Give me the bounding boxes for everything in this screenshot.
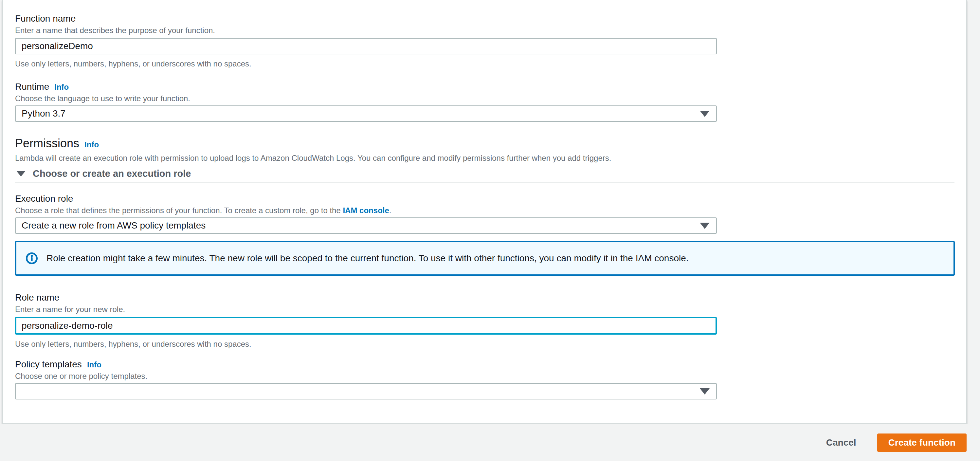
chevron-down-icon [700,111,710,117]
create-function-button[interactable]: Create function [877,434,967,452]
execution-role-expander-label: Choose or create an execution role [33,167,191,179]
execution-role-label: Execution role [15,193,955,204]
execution-role-select-value: Create a new role from AWS policy templa… [22,220,205,231]
permissions-section-header: PermissionsInfo [15,136,955,151]
function-name-input[interactable] [15,38,717,54]
execution-role-description-period: . [389,206,391,215]
chevron-down-icon [700,388,710,394]
function-name-label: Function name [15,13,955,24]
chevron-down-icon [700,223,710,229]
policy-templates-label: Policy templates [15,359,82,369]
iam-console-link[interactable]: IAM console [343,206,389,215]
permissions-description: Lambda will create an execution role wit… [15,153,955,163]
runtime-label: Runtime [15,81,49,92]
role-creation-info-alert: Role creation might take a few minutes. … [15,241,955,276]
role-name-description: Enter a name for your new role. [15,305,955,314]
policy-templates-description: Choose one or more policy templates. [15,371,955,381]
info-icon [25,252,38,265]
runtime-select[interactable]: Python 3.7 [15,105,717,122]
function-name-field: Function name Enter a name that describe… [15,13,955,69]
policy-templates-select[interactable] [15,383,717,399]
runtime-info-link[interactable]: Info [54,83,69,91]
create-function-form-panel: Function name Enter a name that describe… [2,0,967,424]
role-creation-alert-text: Role creation might take a few minutes. … [46,253,689,264]
policy-templates-label-row: Policy templatesInfo [15,359,955,370]
role-name-field: Role name Enter a name for your new role… [15,292,955,349]
cancel-button[interactable]: Cancel [824,434,859,452]
permissions-heading: Permissions [15,137,79,150]
execution-role-select[interactable]: Create a new role from AWS policy templa… [15,217,717,234]
execution-role-expander[interactable]: Choose or create an execution role [15,167,955,179]
role-name-hint: Use only letters, numbers, hyphens, or u… [15,339,955,349]
runtime-field: RuntimeInfo Choose the language to use t… [15,81,955,122]
expander-divider [15,182,955,183]
form-footer: Cancel Create function [0,424,980,461]
function-name-hint: Use only letters, numbers, hyphens, or u… [15,59,955,69]
execution-role-description-text: Choose a role that defines the permissio… [15,206,343,215]
execution-role-field: Execution role Choose a role that define… [15,193,955,234]
policy-templates-info-link[interactable]: Info [87,360,102,369]
triangle-down-icon [16,171,25,177]
permissions-info-link[interactable]: Info [84,140,99,149]
runtime-select-value: Python 3.7 [22,108,65,119]
runtime-description: Choose the language to use to write your… [15,94,955,104]
function-name-description: Enter a name that describes the purpose … [15,26,955,35]
runtime-label-row: RuntimeInfo [15,81,955,93]
role-name-label: Role name [15,292,955,303]
role-name-input[interactable] [15,317,717,335]
execution-role-description: Choose a role that defines the permissio… [15,206,955,215]
form-content: Function name Enter a name that describe… [3,0,966,399]
policy-templates-field: Policy templatesInfo Choose one or more … [15,359,955,399]
